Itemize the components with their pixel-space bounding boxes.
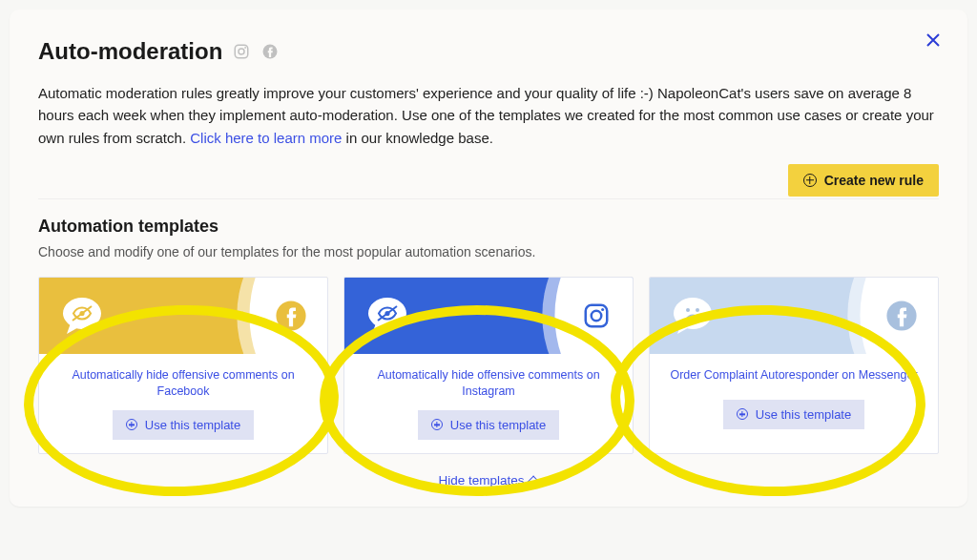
template-label: Order Complaint Autoresponder on Messeng…	[653, 354, 934, 400]
use-template-button[interactable]: Use this template	[723, 400, 864, 429]
close-icon	[925, 32, 941, 48]
svg-point-11	[601, 308, 604, 311]
title-row: Auto-moderation	[38, 38, 939, 65]
templates-section-title: Automation templates	[38, 217, 939, 237]
svg-point-13	[696, 308, 699, 312]
template-card-hide-offensive-instagram: Automatically hide offensive comments on…	[343, 277, 634, 454]
instagram-icon	[232, 42, 251, 61]
svg-rect-9	[586, 305, 608, 327]
svg-point-2	[245, 47, 247, 49]
card-banner	[650, 278, 938, 354]
card-banner	[39, 278, 327, 354]
svg-point-12	[686, 308, 690, 312]
facebook-icon	[274, 299, 308, 333]
hide-templates-label: Hide templates	[438, 473, 524, 487]
svg-point-10	[592, 311, 602, 321]
create-new-rule-button[interactable]: Create new rule	[788, 164, 939, 197]
plus-circle-icon	[803, 174, 817, 187]
create-row: Create new rule	[38, 164, 939, 199]
use-template-label: Use this template	[145, 418, 240, 432]
use-template-label: Use this template	[756, 407, 851, 422]
hide-templates-button[interactable]: Hide templates	[438, 473, 538, 487]
templates-section-subtitle: Choose and modify one of our templates f…	[38, 244, 939, 259]
description: Automatic moderation rules greatly impro…	[38, 82, 939, 149]
facebook-icon	[884, 299, 919, 333]
svg-point-1	[239, 49, 244, 54]
card-banner	[344, 278, 633, 354]
page-title: Auto-moderation	[38, 38, 222, 65]
description-after: in our knowledge base.	[342, 130, 492, 146]
hide-templates-row: Hide templates	[38, 473, 939, 487]
plus-circle-icon	[431, 419, 443, 430]
hide-comment-icon	[58, 292, 106, 340]
hide-comment-icon	[364, 292, 411, 340]
template-card-order-complaint-messenger: Order Complaint Autoresponder on Messeng…	[649, 277, 939, 454]
close-button[interactable]	[925, 31, 941, 52]
learn-more-link[interactable]: Click here to learn more	[190, 130, 342, 146]
template-label: Automatically hide offensive comments on…	[39, 354, 327, 410]
template-cards: Automatically hide offensive comments on…	[38, 277, 939, 454]
auto-moderation-panel: Auto-moderation Automatic moderation rul…	[10, 10, 967, 507]
plus-circle-icon	[126, 419, 137, 430]
use-template-button[interactable]: Use this template	[113, 410, 254, 440]
template-card-hide-offensive-facebook: Automatically hide offensive comments on…	[38, 277, 328, 454]
facebook-icon	[260, 42, 280, 61]
use-template-button[interactable]: Use this template	[418, 410, 559, 440]
create-rule-label: Create new rule	[824, 173, 924, 188]
chevron-up-icon	[527, 475, 539, 487]
instagram-icon	[579, 299, 613, 333]
sad-face-icon	[669, 292, 717, 340]
template-label: Automatically hide offensive comments on…	[344, 354, 633, 410]
plus-circle-icon	[737, 408, 748, 420]
use-template-label: Use this template	[450, 418, 546, 432]
